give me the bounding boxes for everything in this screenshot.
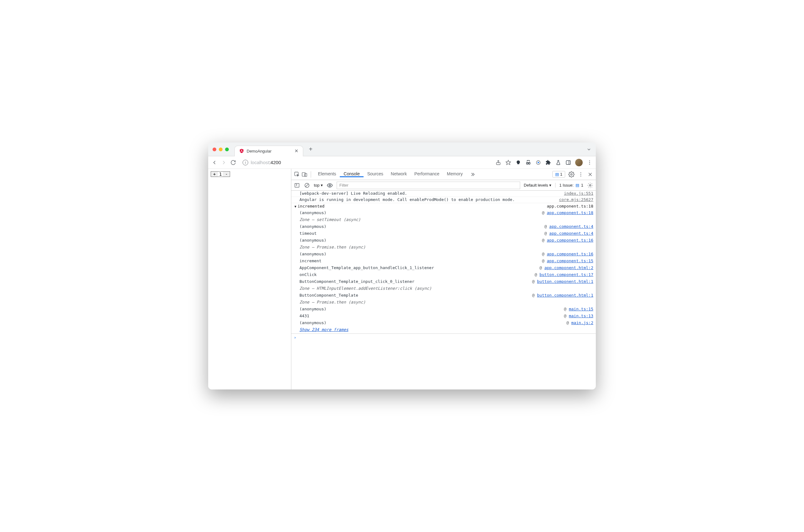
close-window-button[interactable] <box>213 148 216 151</box>
issues-badge[interactable]: 1 Issue: ▤ 1 <box>555 183 583 188</box>
frame-function: ButtonComponent_Template <box>300 293 358 298</box>
counter-widget: + 1 - <box>211 171 230 177</box>
frame-source-link[interactable]: app.component.html:2 <box>544 265 593 270</box>
log-source-link[interactable]: index.js:551 <box>564 191 593 196</box>
counter-value: 1 <box>218 172 223 177</box>
log-source-link[interactable]: core.mjs:25627 <box>559 197 593 202</box>
frame-function: (anonymous) <box>300 238 326 243</box>
stack-frame: 4431@ main.ts:13 <box>300 312 596 319</box>
browser-tab[interactable]: DemoAngular ✕ <box>234 146 303 156</box>
profile-avatar[interactable] <box>575 159 583 166</box>
side-panel-icon[interactable] <box>565 159 571 166</box>
trace-source-link[interactable]: app.component.ts:18 <box>547 204 593 208</box>
frame-source-link[interactable]: main.js:2 <box>571 320 593 325</box>
clear-console-icon[interactable] <box>304 182 310 189</box>
svg-point-2 <box>517 160 520 164</box>
devtools-tab-performance[interactable]: Performance <box>410 171 443 176</box>
close-devtools-button[interactable] <box>587 171 593 177</box>
filter-input[interactable]: Filter <box>337 182 520 189</box>
log-levels-selector[interactable]: Default levels ▾ <box>524 183 552 188</box>
stack-frame: (anonymous)@ app.component.ts:18 <box>300 209 596 216</box>
live-expression-icon[interactable] <box>327 182 333 189</box>
console-prompt[interactable]: › <box>291 334 596 341</box>
stack-frame: (anonymous)@ main.js:2 <box>300 319 596 326</box>
devtools-tab-sources[interactable]: Sources <box>364 171 387 176</box>
frame-source-link[interactable]: app.component.ts:15 <box>547 259 593 263</box>
trace-toggle[interactable]: ▼incremented <box>294 204 324 208</box>
window-controls <box>213 148 229 151</box>
extension-target-icon[interactable] <box>535 159 541 166</box>
incognito-icon[interactable] <box>525 159 531 166</box>
zone-label: Zone — Promise.then (async) <box>300 245 365 249</box>
decrement-button[interactable]: - <box>223 172 230 177</box>
chevron-down-icon[interactable] <box>587 147 591 152</box>
frame-source-link[interactable]: button.component.html:1 <box>537 279 593 284</box>
more-tabs-icon[interactable] <box>470 171 476 177</box>
frame-location: @ button.component.html:1 <box>532 279 593 284</box>
extensions-puzzle-icon[interactable] <box>545 159 551 166</box>
frame-function: increment <box>300 259 321 263</box>
inspect-element-icon[interactable] <box>294 171 300 177</box>
show-more-frames-link[interactable]: Show 234 more frames <box>300 326 596 333</box>
frame-function: onClick <box>300 272 317 277</box>
devtools-tab-console[interactable]: Console <box>340 171 363 177</box>
stack-frame: Zone — Promise.then (async) <box>300 299 596 305</box>
browser-window: DemoAngular ✕ + i localhost:4200 <box>208 142 596 390</box>
frame-location: @ button.component.html:1 <box>532 293 593 298</box>
frame-location: @ main.ts:15 <box>564 307 593 311</box>
stack-frame: Zone — Promise.then (async) <box>300 244 596 250</box>
svg-point-17 <box>580 172 581 173</box>
console-toolbar: top ▾ Filter Default levels ▾ 1 Issue: ▤… <box>291 180 596 191</box>
share-icon[interactable] <box>495 159 501 166</box>
maximize-window-button[interactable] <box>225 148 229 151</box>
bookmark-star-icon[interactable] <box>505 159 512 166</box>
frame-source-link[interactable]: app.component.ts:4 <box>549 231 593 236</box>
frame-source-link[interactable]: main.ts:15 <box>569 307 593 311</box>
settings-gear-icon[interactable] <box>568 171 575 177</box>
address-bar[interactable]: i localhost:4200 <box>240 160 492 165</box>
devtools-tab-memory[interactable]: Memory <box>443 171 467 176</box>
frame-source-link[interactable]: app.component.ts:16 <box>547 238 593 243</box>
svg-point-25 <box>329 185 330 186</box>
devtools-kebab-icon[interactable] <box>578 171 584 177</box>
frame-source-link[interactable]: app.component.ts:4 <box>549 224 593 229</box>
svg-marker-1 <box>506 160 511 165</box>
issue-icon: ▤ <box>575 183 579 188</box>
stack-frame: onClick@ button.component.ts:17 <box>300 271 596 278</box>
stack-trace-group: ▼incrementedapp.component.ts:18(anonymou… <box>291 203 596 334</box>
frame-source-link[interactable]: app.component.ts:18 <box>547 210 593 215</box>
increment-button[interactable]: + <box>211 172 218 177</box>
frame-function: timeout <box>300 231 317 236</box>
svg-rect-8 <box>566 161 571 165</box>
reload-button[interactable] <box>230 159 236 166</box>
toolbar-icons <box>495 159 593 166</box>
forward-button <box>221 159 227 166</box>
frame-function: (anonymous) <box>300 210 326 215</box>
console-settings-gear-icon[interactable] <box>587 182 593 189</box>
stack-frame: AppComponent_Template_app_button_handleC… <box>300 264 596 271</box>
tab-close-button[interactable]: ✕ <box>294 148 299 154</box>
extension-skull-icon[interactable] <box>515 159 521 166</box>
frame-source-link[interactable]: button.component.html:1 <box>537 293 593 298</box>
stack-frame: (anonymous)@ app.component.ts:16 <box>300 250 596 257</box>
devtools-tab-elements[interactable]: Elements <box>314 171 340 176</box>
frame-function: 4431 <box>300 314 309 318</box>
frame-source-link[interactable]: main.ts:13 <box>569 314 593 318</box>
labs-flask-icon[interactable] <box>555 159 561 166</box>
back-button[interactable] <box>211 159 217 166</box>
site-info-icon[interactable]: i <box>243 160 248 165</box>
console-sidebar-toggle-icon[interactable] <box>294 182 300 189</box>
svg-point-26 <box>590 185 591 186</box>
messages-badge[interactable]: ▤ 1 <box>552 171 565 177</box>
frame-location: @ app.component.ts:4 <box>544 231 593 236</box>
frame-source-link[interactable]: button.component.ts:17 <box>539 272 593 277</box>
stack-frame: increment@ app.component.ts:15 <box>300 257 596 264</box>
new-tab-button[interactable]: + <box>306 146 316 153</box>
context-selector[interactable]: top ▾ <box>314 183 323 188</box>
kebab-menu-icon[interactable] <box>587 159 593 166</box>
device-toggle-icon[interactable] <box>301 171 308 177</box>
minimize-window-button[interactable] <box>219 148 223 151</box>
devtools-tab-network[interactable]: Network <box>387 171 410 176</box>
frame-source-link[interactable]: app.component.ts:16 <box>547 252 593 256</box>
stack-frame: Zone — HTMLInputElement.addEventListener… <box>300 285 596 292</box>
